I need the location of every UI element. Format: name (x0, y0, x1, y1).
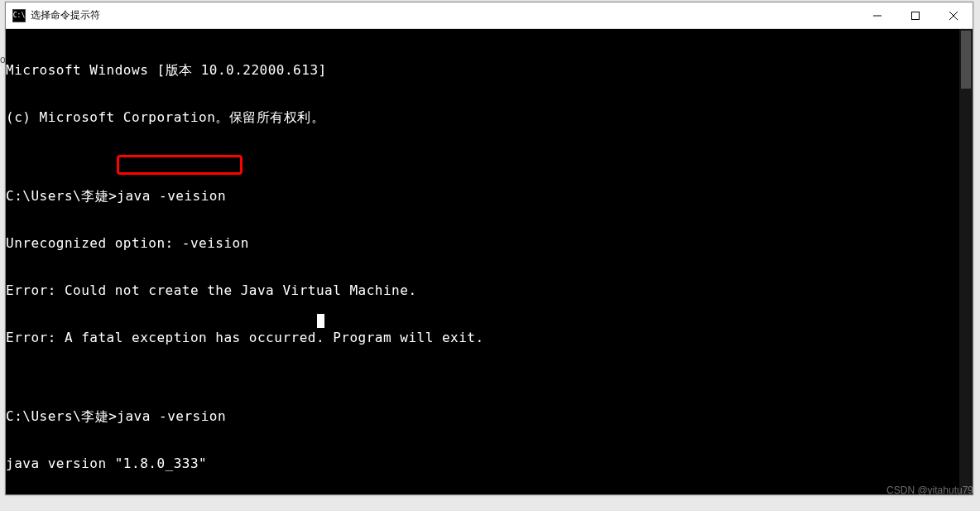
terminal-line: (c) Microsoft Corporation。保留所有权利。 (6, 109, 973, 125)
maximize-icon (911, 12, 920, 20)
terminal-line: C:\Users\李婕>java -version (6, 408, 973, 424)
command-prompt-window: C:\ 选择命令提示符 Microsoft Windows [版本 10.0.2… (5, 2, 973, 495)
terminal-line: java version "1.8.0_333" (6, 456, 973, 471)
terminal-line: Unrecognized option: -veision (6, 235, 973, 251)
terminal-line: C:\Users\李婕>java -veision (6, 188, 973, 204)
svg-rect-1 (912, 12, 920, 19)
minimize-button[interactable] (858, 2, 896, 28)
window-titlebar[interactable]: C:\ 选择命令提示符 (6, 2, 973, 29)
maximize-button[interactable] (896, 2, 934, 28)
terminal-scrollbar[interactable] (959, 29, 973, 494)
terminal-line: Microsoft Windows [版本 10.0.22000.613] (6, 62, 973, 78)
close-icon (949, 12, 958, 20)
cmd-icon: C:\ (12, 9, 26, 22)
scrollbar-thumb[interactable] (961, 31, 971, 89)
window-title: 选择命令提示符 (31, 8, 858, 22)
close-button[interactable] (934, 2, 973, 28)
terminal-area[interactable]: Microsoft Windows [版本 10.0.22000.613] (c… (6, 29, 973, 494)
terminal-line: Error: A fatal exception has occurred. P… (6, 330, 973, 345)
terminal-cursor (317, 314, 324, 328)
annotation-highlight-box (117, 155, 243, 175)
minimize-icon (873, 12, 882, 20)
terminal-line: Error: Could not create the Java Virtual… (6, 282, 973, 298)
window-controls (858, 2, 973, 28)
